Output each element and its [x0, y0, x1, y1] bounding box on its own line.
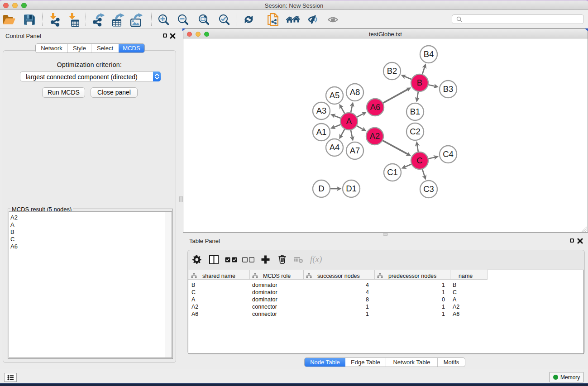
- svg-text:B1: B1: [410, 107, 421, 116]
- svg-text:B2: B2: [387, 66, 397, 76]
- svg-text:A8: A8: [350, 87, 360, 97]
- svg-text:A2: A2: [370, 131, 380, 141]
- svg-text:C3: C3: [423, 184, 434, 194]
- svg-text:A1: A1: [316, 127, 327, 137]
- svg-text:A7: A7: [350, 146, 360, 155]
- svg-text:A: A: [346, 116, 352, 126]
- svg-text:B: B: [417, 78, 422, 87]
- svg-text:A3: A3: [316, 106, 327, 115]
- svg-text:C1: C1: [387, 167, 398, 177]
- svg-text:B3: B3: [443, 84, 454, 94]
- svg-text:D: D: [318, 184, 324, 193]
- svg-text:B4: B4: [424, 49, 434, 59]
- svg-text:A5: A5: [330, 91, 340, 100]
- svg-text:A4: A4: [330, 143, 340, 152]
- svg-text:D1: D1: [346, 184, 357, 193]
- svg-text:C4: C4: [443, 149, 454, 159]
- svg-text:C2: C2: [410, 127, 421, 136]
- svg-text:C: C: [416, 156, 422, 165]
- svg-text:A6: A6: [370, 102, 381, 112]
